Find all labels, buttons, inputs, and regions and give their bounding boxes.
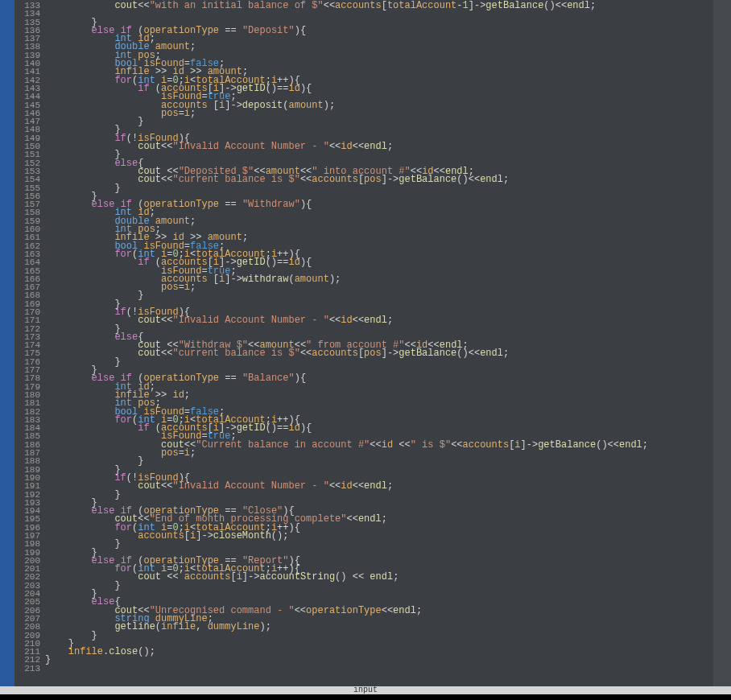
code-line[interactable]: infile.close(); <box>45 648 713 656</box>
code-line[interactable]: accounts[i]->closeMonth(); <box>45 532 713 540</box>
vertical-scrollbar[interactable] <box>713 0 731 686</box>
line-number: 154 <box>14 175 40 183</box>
line-number: 164 <box>14 258 40 266</box>
code-line[interactable] <box>45 665 713 673</box>
left-margin-strip <box>0 0 14 686</box>
code-line[interactable]: cout<<"Invalid Account Number - "<<id<<e… <box>45 482 713 490</box>
code-line[interactable]: cout<<"current balance is $"<<accounts[p… <box>45 175 713 183</box>
line-number: 191 <box>14 482 40 490</box>
code-line[interactable]: cout<<"Invalid Account Number - "<<id<<e… <box>45 316 713 324</box>
code-editor[interactable]: cout<<"with an initial balance of $"<<ac… <box>45 0 713 686</box>
input-tab-label[interactable]: input <box>0 686 731 694</box>
code-line[interactable]: cout<<"with an initial balance of $"<<ac… <box>45 2 713 10</box>
code-line[interactable]: } <box>45 590 713 598</box>
line-number-gutter[interactable]: 1331341351361371381391401411421431441451… <box>14 0 45 686</box>
code-line[interactable]: cout<<"Invalid Account Number - "<<id<<e… <box>45 142 713 150</box>
bottom-panel: input <box>0 686 731 700</box>
line-number: 213 <box>14 665 40 673</box>
editor-container: 1331341351361371381391401411421431441451… <box>0 0 731 686</box>
code-line[interactable]: cout << accounts[i]->accountString() << … <box>45 573 713 581</box>
code-line[interactable]: pos=i; <box>45 109 713 117</box>
code-line[interactable]: getline(infile, dummyLine); <box>45 623 713 631</box>
code-line[interactable]: cout<<"current balance is $"<<accounts[p… <box>45 349 713 357</box>
line-number: 181 <box>14 399 40 407</box>
code-line[interactable]: pos=i; <box>45 283 713 291</box>
console-area[interactable] <box>0 694 731 700</box>
